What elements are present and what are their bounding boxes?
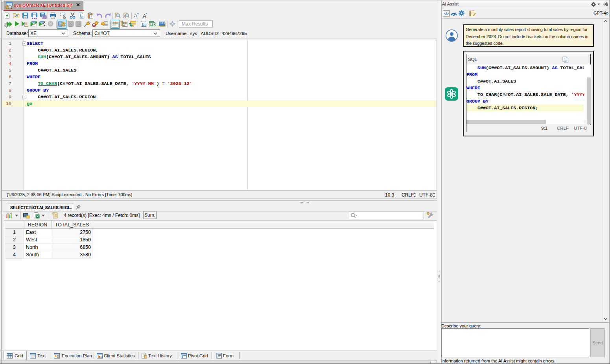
svg-text:A: A <box>143 13 146 19</box>
svg-text:</>: </> <box>444 12 449 16</box>
svg-text:a: a <box>134 13 137 18</box>
